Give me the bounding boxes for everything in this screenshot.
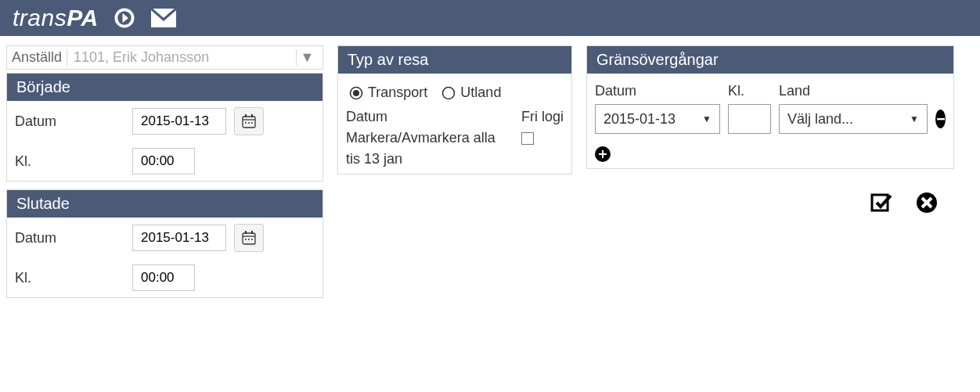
- svg-rect-22: [599, 153, 607, 155]
- crossings-column: Gränsövergångar Datum Kl. Land 2015-01-1…: [586, 45, 954, 226]
- chevron-down-icon: ▼: [702, 113, 712, 124]
- crossing-row: 2015-01-13 ▼ Välj land... ▼: [595, 104, 946, 134]
- crossings-date-header: Datum: [595, 83, 720, 99]
- svg-point-7: [245, 122, 247, 124]
- started-time-input[interactable]: [132, 148, 195, 174]
- svg-rect-5: [245, 114, 247, 117]
- svg-point-18: [353, 90, 359, 96]
- mark-all-checkbox[interactable]: [521, 132, 534, 145]
- svg-point-14: [245, 239, 247, 240]
- calendar-icon[interactable]: [234, 224, 264, 252]
- calendar-icon[interactable]: [234, 107, 264, 135]
- mark-all-label: Markera/Avmarkera alla: [346, 130, 512, 146]
- utland-label: Utland: [460, 85, 501, 101]
- cancel-icon[interactable]: [915, 191, 939, 218]
- trip-frilogi-header: Fri logi: [521, 109, 564, 125]
- mail-icon[interactable]: [150, 8, 177, 28]
- svg-point-19: [443, 87, 455, 99]
- svg-rect-6: [251, 114, 253, 117]
- crossings-panel: Gränsövergångar Datum Kl. Land 2015-01-1…: [586, 45, 954, 169]
- svg-point-15: [248, 239, 250, 240]
- clock-forward-icon[interactable]: [113, 6, 136, 30]
- ended-date-input[interactable]: [132, 225, 226, 251]
- app-header: transPA: [0, 0, 980, 36]
- trip-row-date: tis 13 jan: [346, 151, 512, 167]
- svg-point-9: [251, 122, 253, 124]
- add-crossing-button[interactable]: [595, 146, 611, 162]
- crossing-time-input[interactable]: [728, 104, 771, 134]
- brand-prefix: trans: [13, 5, 67, 31]
- employee-select[interactable]: 1101, Erik Johansson ▼: [67, 49, 318, 66]
- svg-point-8: [248, 122, 250, 124]
- transport-radio[interactable]: Transport: [349, 85, 427, 101]
- ended-panel: Slutade Datum Kl.: [6, 189, 323, 298]
- crossing-land-select[interactable]: Välj land... ▼: [779, 104, 928, 134]
- started-date-label: Datum: [15, 113, 124, 130]
- started-panel: Började Datum Kl.: [6, 73, 323, 182]
- trip-date-header: Datum: [346, 109, 512, 125]
- svg-rect-13: [251, 231, 253, 234]
- crossings-time-header: Kl.: [728, 83, 771, 99]
- ended-time-label: Kl.: [15, 270, 124, 286]
- trip-type-title: Typ av resa: [338, 46, 571, 74]
- ended-date-label: Datum: [15, 230, 124, 246]
- svg-rect-12: [245, 231, 247, 234]
- chevron-down-icon: ▼: [296, 49, 318, 66]
- started-title: Började: [7, 74, 322, 101]
- started-time-label: Kl.: [15, 153, 124, 170]
- utland-radio[interactable]: Utland: [441, 85, 501, 101]
- svg-point-16: [251, 239, 253, 240]
- employee-row: Anställd 1101, Erik Johansson ▼: [6, 45, 323, 70]
- crossing-land-value: Välj land...: [787, 111, 853, 128]
- transport-label: Transport: [368, 85, 427, 101]
- remove-crossing-button[interactable]: [935, 110, 946, 128]
- employee-label: Anställd: [12, 49, 62, 66]
- crossings-land-header: Land: [779, 83, 946, 99]
- action-bar: [586, 169, 954, 226]
- ended-time-input[interactable]: [132, 264, 195, 291]
- chevron-down-icon: ▼: [910, 113, 919, 124]
- crossing-date-value: 2015-01-13: [603, 111, 676, 128]
- crossing-date-select[interactable]: 2015-01-13 ▼: [595, 104, 720, 134]
- brand-suffix: PA: [67, 5, 98, 31]
- trip-type-panel: Typ av resa Transport Utland Datum Fri l…: [337, 45, 572, 174]
- brand-logo: transPA: [13, 5, 99, 31]
- ended-title: Slutade: [7, 190, 322, 218]
- confirm-icon[interactable]: [870, 191, 893, 218]
- svg-rect-20: [937, 118, 945, 120]
- employee-value: 1101, Erik Johansson: [74, 49, 209, 66]
- crossings-title: Gränsövergångar: [587, 46, 953, 74]
- started-date-input[interactable]: [132, 108, 226, 135]
- left-column: Anställd 1101, Erik Johansson ▼ Började …: [6, 45, 323, 298]
